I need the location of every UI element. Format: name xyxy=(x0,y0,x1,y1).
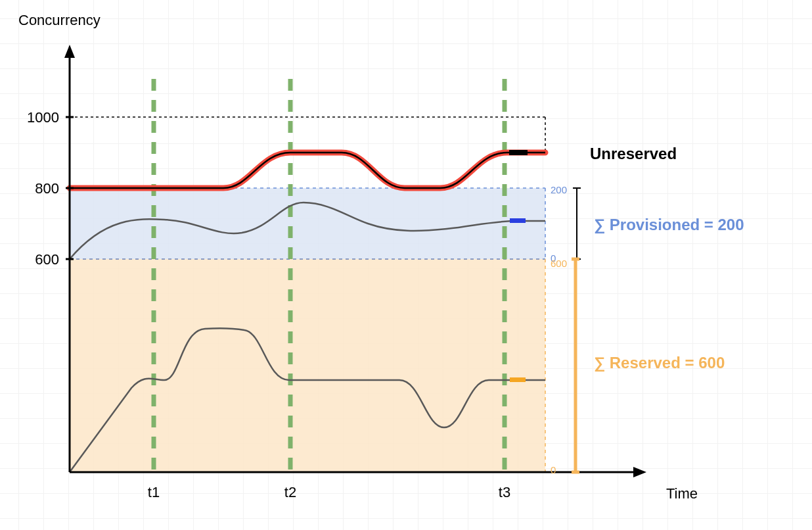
y-axis-title: Concurrency xyxy=(18,12,101,28)
res-tick-0: 0 xyxy=(551,464,556,475)
provisioned-region xyxy=(70,188,545,259)
concurrency-diagram: 1000 800 600 t1 t2 t3 Concurrency Time U… xyxy=(0,0,812,530)
unreserved-label: Unreserved xyxy=(590,145,677,162)
ytick-label-800: 800 xyxy=(35,180,59,197)
arrowhead-up-icon xyxy=(64,45,75,58)
reserved-bracket xyxy=(572,259,579,472)
provisioned-sum-label: ∑ Provisioned = 200 xyxy=(594,216,744,234)
ytick-label-1000: 1000 xyxy=(27,109,59,126)
tick-black xyxy=(509,150,528,155)
res-tick-600: 600 xyxy=(551,258,567,269)
reserved-sum-label: ∑ Reserved = 600 xyxy=(594,354,725,372)
tick-blue xyxy=(510,218,526,223)
xtick-t2: t2 xyxy=(284,484,296,500)
prov-tick-200: 200 xyxy=(551,184,567,195)
xtick-t1: t1 xyxy=(148,484,160,500)
reserved-region xyxy=(70,259,545,472)
xtick-t3: t3 xyxy=(499,484,510,500)
unreserved-boundary-red xyxy=(70,153,545,188)
x-axis-title: Time xyxy=(666,485,698,502)
ytick-label-600: 600 xyxy=(35,251,59,268)
tick-orange xyxy=(510,377,526,382)
arrowhead-right-icon xyxy=(633,467,646,477)
provisioned-bracket xyxy=(573,188,581,259)
